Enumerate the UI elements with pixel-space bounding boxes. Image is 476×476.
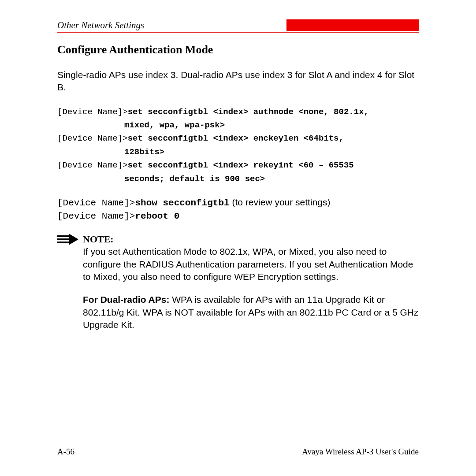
command-text: reboot 0 xyxy=(135,211,179,221)
document-page: Other Network Settings Configure Authent… xyxy=(0,0,476,331)
review-line: [Device Name]>reboot 0 xyxy=(57,209,419,223)
svg-rect-0 xyxy=(57,235,69,237)
command-continuation: mixed, wpa, wpa-psk> xyxy=(57,119,419,132)
document-title: Avaya Wireless AP-3 User's Guide xyxy=(302,447,419,457)
command-tail: (to review your settings) xyxy=(230,197,331,207)
breadcrumb: Other Network Settings xyxy=(57,20,144,31)
section-title: Configure Authentication Mode xyxy=(57,43,419,56)
command-line: [Device Name]>set secconfigtbl <index> r… xyxy=(57,159,419,172)
page-footer: A-56 Avaya Wireless AP-3 User's Guide xyxy=(57,447,419,457)
command-text: set secconfigtbl <index> enckeylen <64bi… xyxy=(128,134,344,143)
prompt: [Device Name]> xyxy=(57,107,128,117)
svg-rect-2 xyxy=(57,242,69,243)
page-header: Other Network Settings xyxy=(57,19,419,33)
command-text: set secconfigtbl <index> rekeyint <60 – … xyxy=(128,160,354,170)
dual-radio-label: For Dual-radio APs: xyxy=(83,294,172,305)
prompt: [Device Name]> xyxy=(57,160,128,170)
command-text: set secconfigtbl <index> authmode <none,… xyxy=(128,107,369,117)
svg-marker-3 xyxy=(69,234,78,245)
command-line: [Device Name]>set secconfigtbl <index> a… xyxy=(57,105,419,119)
note-block: NOTE: If you set Authentication Mode to … xyxy=(57,233,419,331)
page-number: A-56 xyxy=(57,447,74,457)
svg-rect-1 xyxy=(57,238,69,240)
prompt: [Device Name]> xyxy=(57,198,135,208)
command-continuation: seconds; default is 900 sec> xyxy=(57,172,419,186)
note-label: NOTE: xyxy=(83,233,419,246)
review-block: [Device Name]>show secconfigtbl (to revi… xyxy=(57,196,419,223)
prompt: [Device Name]> xyxy=(57,211,135,221)
command-continuation: 128bits> xyxy=(57,145,419,159)
header-accent-bar xyxy=(286,19,419,31)
command-block: [Device Name]>set secconfigtbl <index> a… xyxy=(57,105,419,186)
note-arrow-icon xyxy=(57,233,78,331)
note-paragraph: If you set Authentication Mode to 802.1x… xyxy=(83,245,419,283)
prompt: [Device Name]> xyxy=(57,134,128,143)
command-text: show secconfigtbl xyxy=(135,198,229,208)
note-body: NOTE: If you set Authentication Mode to … xyxy=(83,233,419,331)
intro-paragraph: Single-radio APs use index 3. Dual-radio… xyxy=(57,69,419,94)
command-line: [Device Name]>set secconfigtbl <index> e… xyxy=(57,132,419,145)
review-line: [Device Name]>show secconfigtbl (to revi… xyxy=(57,196,419,209)
note-paragraph: For Dual-radio APs: WPA is available for… xyxy=(83,294,419,331)
